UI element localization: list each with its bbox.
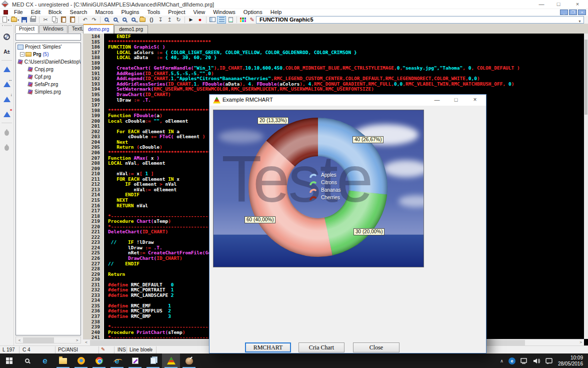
menu-item-macros[interactable]: Macros [91, 9, 117, 16]
redo-button[interactable]: ↷ [90, 16, 98, 24]
menu-item-help[interactable]: Help [266, 9, 286, 16]
taskbar-gimp-icon[interactable] [180, 353, 198, 368]
dialog-maximize-button[interactable]: □ [447, 95, 465, 106]
tree-file-item[interactable]: Simples.prg [16, 88, 80, 96]
editor-vertical-scrollbar[interactable] [584, 34, 588, 339]
rmchart-button[interactable]: RMCHART [245, 342, 291, 352]
code-line[interactable]: ************************************ [108, 40, 584, 45]
tab-demo1-prg[interactable]: demo1.prg [114, 25, 148, 34]
document-map-button[interactable] [226, 16, 235, 24]
save-button[interactable] [20, 16, 28, 24]
spell-check-button[interactable]: ✎ [248, 16, 256, 24]
stop-build-button[interactable]: × [1, 108, 13, 121]
mdi-close-button[interactable]: × [578, 10, 586, 15]
find-in-files-button[interactable]: ≡ [129, 16, 138, 24]
menu-item-tools[interactable]: Tools [144, 9, 164, 16]
print-button[interactable] [28, 16, 38, 24]
tree-root[interactable]: Project 'Simples' [16, 43, 80, 51]
menu-item-search[interactable]: Search [66, 9, 92, 16]
menu-item-edit[interactable]: Edit [27, 9, 44, 16]
record-macro-button[interactable]: ● [196, 16, 204, 24]
taskbar-firefox-icon[interactable] [72, 353, 90, 368]
dialog-close-button[interactable]: × [466, 95, 484, 106]
bookmark-up-button[interactable]: ↥ [165, 16, 174, 24]
sidebar-filter-input[interactable] [16, 34, 81, 41]
taskbar-file-explorer-icon[interactable] [54, 353, 72, 368]
taskbar-search-icon[interactable] [18, 353, 36, 368]
clock[interactable]: 10:09 28/05/2016 [558, 355, 583, 367]
match-brackets-button[interactable]: () [147, 16, 156, 24]
line-numbers-button[interactable] [217, 16, 226, 24]
toolbar-grip[interactable] [2, 25, 12, 28]
debug-stop-button[interactable] [1, 140, 13, 153]
tray-e-badge-icon[interactable]: e [508, 357, 516, 364]
tree-file-item[interactable]: SefaPr.prg [16, 81, 80, 88]
window-maximize-button[interactable]: □ [550, 0, 567, 9]
bookmark-down-button[interactable]: ↧ [156, 16, 165, 24]
menu-item-options[interactable]: Options [240, 9, 266, 16]
code-line[interactable]: SetWatermark(RMC_USERWM,RMC_USERWMCOLOR,… [108, 87, 584, 92]
tree-folder[interactable]: − Prg (5) [16, 51, 80, 58]
cut-button[interactable]: ✂ [41, 16, 50, 24]
taskbar-start-icon[interactable] [0, 353, 18, 368]
scroll-right-icon[interactable]: > [74, 337, 80, 343]
menu-item-project[interactable]: Project [164, 9, 189, 16]
sidebar-horizontal-scrollbar[interactable]: < > [16, 336, 81, 343]
scroll-left-icon[interactable]: < [16, 337, 22, 343]
mdi-minimize-button[interactable]: _ [560, 10, 568, 15]
menu-item-block[interactable]: Block [44, 9, 66, 16]
mdi-restore-button[interactable]: ❐ [569, 10, 577, 15]
menu-item-windows[interactable]: Windows [209, 9, 240, 16]
compile-link-button[interactable]: ↔ [1, 78, 13, 91]
collapse-icon[interactable]: − [20, 52, 24, 57]
taskbar-edge-icon[interactable]: e [36, 353, 54, 368]
function-combo[interactable]: FUNCTION Graphic5▼ [256, 16, 584, 24]
debug-button[interactable] [1, 125, 13, 138]
cria-chart-button[interactable]: Cria Chart [298, 342, 344, 352]
cycle-button[interactable]: ↻ [174, 16, 183, 24]
tab-project[interactable]: Project [15, 25, 38, 33]
paste-button[interactable] [59, 16, 68, 24]
network-icon[interactable] [520, 358, 528, 364]
undo-button[interactable]: ↶ [80, 16, 90, 24]
taskbar-chrome-icon[interactable] [90, 353, 108, 368]
tab-demo-prg[interactable]: demo.prg [83, 24, 114, 34]
dialog-titlebar[interactable]: Example RMCHART — □ × [210, 95, 486, 106]
build-button[interactable]: ↓ [1, 93, 13, 106]
dialog-minimize-button[interactable]: — [428, 95, 446, 106]
taskbar-med-editor-icon[interactable] [126, 353, 144, 368]
code-line[interactable]: LOCAL aData := { 40, 30, 60, 20 } [108, 55, 584, 61]
action-center-icon[interactable] [546, 358, 552, 364]
color-palette-button[interactable] [238, 16, 248, 24]
font-size-button[interactable]: A± [1, 45, 13, 58]
compile-button[interactable] [1, 63, 13, 76]
scroll-left-icon[interactable]: < [83, 339, 90, 345]
tree-file-item[interactable]: Cpf.prg [16, 73, 80, 81]
taskbar-notepad-icon[interactable] [144, 353, 162, 368]
taskbar-rmchart-icon[interactable] [162, 353, 180, 368]
find-button[interactable] [102, 16, 111, 24]
find-prev-button[interactable]: ← [120, 16, 129, 24]
speaker-icon[interactable] [533, 358, 540, 364]
tray-chevron-up-icon[interactable]: ∧ [500, 358, 504, 363]
run-button[interactable]: ▶ [186, 16, 196, 24]
open-file-button[interactable]: ▾ [10, 16, 20, 24]
taskbar-internet-explorer-icon[interactable]: e [108, 353, 126, 368]
copy-button[interactable] [50, 16, 59, 24]
scrollbar-thumb[interactable] [584, 40, 588, 115]
sync-button[interactable] [1, 30, 13, 43]
menu-item-view[interactable]: View [190, 9, 210, 16]
tree-file-item[interactable]: C:\Users\Daniel\Desktop\ [16, 58, 80, 66]
window-close-button[interactable]: × [569, 0, 586, 9]
find-next-button[interactable]: → [111, 16, 120, 24]
find-in-folder-button[interactable] [138, 16, 147, 24]
scroll-right-icon[interactable]: > [578, 339, 584, 345]
close-button[interactable]: Close [353, 342, 400, 352]
tab-windows[interactable]: Windows [39, 25, 68, 33]
new-file-button[interactable]: ▾ [2, 16, 10, 24]
menu-item-file[interactable]: File [10, 9, 27, 16]
paste-special-button[interactable] [68, 16, 77, 24]
split-view-button[interactable] [208, 16, 217, 24]
window-minimize-button[interactable]: — [533, 0, 550, 9]
menu-item-plugins[interactable]: Plugins [118, 9, 144, 16]
